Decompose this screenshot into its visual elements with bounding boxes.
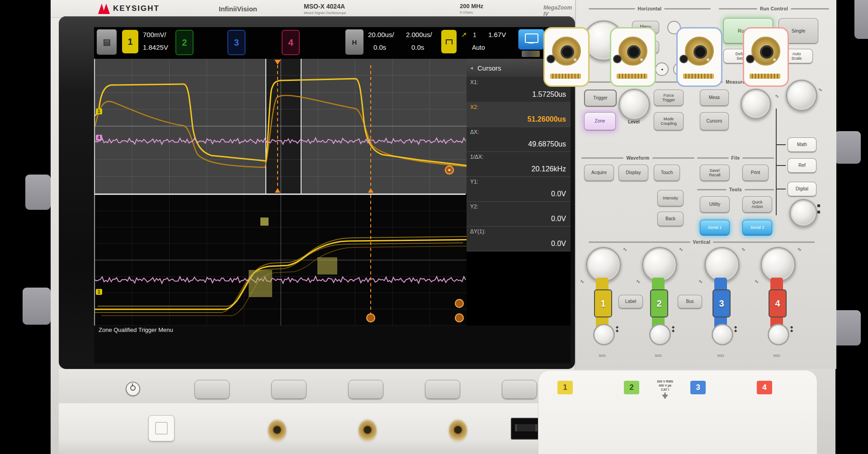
math-button[interactable]: Math (788, 137, 816, 152)
timebase-zoom: 2.000us/ (406, 31, 432, 38)
trigger-level: 1.67V (488, 31, 506, 38)
waveform-display[interactable]: 1 4 (94, 59, 466, 326)
cursor-grab-handle[interactable] (455, 299, 463, 307)
trigger-level-knob[interactable] (618, 89, 650, 120)
ref-button[interactable]: Ref (788, 158, 816, 173)
autoprobe-contact (746, 55, 755, 63)
channel4-status-button[interactable]: 4 (282, 30, 300, 55)
cursor-x2-label: X2: (470, 104, 478, 110)
cursor-grab-handle[interactable] (367, 314, 375, 322)
print-button[interactable]: Print (742, 165, 769, 181)
bandwidth-label: 200 MHz (460, 3, 483, 9)
zone-trigger-button[interactable]: Zone (584, 112, 616, 131)
right-trim (854, 0, 868, 39)
hamburger-icon: ▤ (103, 37, 110, 47)
analysis-knob-b[interactable] (789, 199, 817, 227)
vertical-section-label: Vertical (589, 240, 815, 245)
touch-display-button[interactable] (518, 29, 544, 50)
hw-softkey-1[interactable] (194, 380, 230, 399)
screen-icon-base (528, 43, 534, 43)
ch3-position-knob[interactable] (712, 324, 733, 345)
hw-softkey-4[interactable] (425, 380, 460, 399)
back-button[interactable]: Back (657, 212, 684, 227)
ch2-scale-knob[interactable] (642, 247, 677, 282)
meas-button[interactable]: Meas (700, 90, 729, 106)
channel1-scale: 700mV/ (143, 31, 166, 38)
wave-symbol: ∿ (775, 93, 779, 99)
updown-arrows: ◆◆ (734, 326, 737, 332)
ch2-number: 2 (656, 298, 661, 309)
channel2-status-button[interactable]: 2 (175, 30, 193, 55)
probe-comp-terminal (448, 419, 468, 443)
horizontal-section-label: Horizontal (589, 6, 711, 11)
cursor-x1-marker (275, 188, 280, 193)
trigger-zone2-region[interactable] (317, 257, 337, 274)
utility-button[interactable]: Utility (700, 196, 730, 213)
collapse-icon[interactable]: ◂ (470, 65, 473, 71)
intensity-button[interactable]: Intensity (657, 190, 684, 207)
analysis-bracket (776, 165, 786, 166)
updown-arrows: ◆◆ (616, 326, 618, 332)
ch1-on-off-button[interactable]: 1 (594, 289, 612, 317)
analysis-knob-a[interactable] (786, 80, 817, 111)
trigger-slope-icon: ↗ (461, 31, 467, 39)
digital-button[interactable]: Digital (788, 182, 816, 197)
ch2-on-off-button[interactable]: 2 (650, 289, 668, 317)
ch4-scale-knob[interactable] (760, 247, 796, 282)
bnc4-label: 4 (757, 381, 772, 394)
quick-action-button[interactable]: Quick Action (742, 196, 772, 213)
power-button[interactable] (126, 382, 140, 396)
ch4-on-off-button[interactable]: 4 (769, 289, 787, 317)
channel3-status-button[interactable]: 3 (227, 30, 245, 55)
touch-button[interactable]: Touch (654, 165, 680, 181)
hw-softkey-2[interactable] (271, 380, 307, 399)
menu-icon-button[interactable]: ▤ (97, 29, 117, 55)
usb-host-port[interactable] (148, 415, 175, 441)
channel2-number: 2 (182, 38, 187, 48)
cursor-row-freq[interactable]: 1/ΔX: 20.126kHz (467, 151, 571, 177)
autoprobe-strip (550, 74, 581, 79)
force-trigger-button[interactable]: Force Trigger (654, 90, 684, 106)
cursors-knob[interactable] (741, 89, 771, 119)
bnc-center (561, 45, 574, 59)
cursor-y1-label: Y1: (470, 179, 478, 185)
cursors-button[interactable]: Cursors (700, 112, 729, 131)
serial1-button[interactable]: Serial 1 (700, 220, 730, 236)
trigger-zone1-region[interactable] (249, 270, 272, 297)
cursors-panel-title: Cursors (477, 64, 501, 72)
bnc1-label: 1 (557, 381, 573, 394)
mode-coupling-button[interactable]: Mode Coupling (654, 112, 684, 131)
channel1-status-button[interactable]: 1 (122, 30, 138, 53)
acquire-button[interactable]: Acquire (584, 165, 614, 181)
serial2-button[interactable]: Serial 2 (742, 220, 772, 236)
timebase-main: 20.00us/ (368, 31, 394, 38)
channel3-number: 3 (234, 38, 239, 48)
bus-button[interactable]: Bus (678, 295, 702, 309)
save-recall-button[interactable]: Save/ Recall (700, 165, 730, 181)
ch4-position-knob[interactable] (768, 324, 789, 345)
ch2-position-knob[interactable] (649, 324, 671, 345)
file-label-text: File (731, 156, 740, 161)
ch3-scale-knob[interactable] (704, 247, 740, 282)
hw-softkey-3[interactable] (348, 380, 383, 399)
ch3-on-off-button[interactable]: 3 (712, 289, 731, 317)
cursor-row-x2[interactable]: X2: 51.26000us (467, 102, 571, 127)
trigger-button[interactable]: Trigger (584, 90, 617, 107)
cursor-row-dx[interactable]: ΔX: 49.68750us (467, 127, 571, 152)
cursor-grab-handle[interactable] (455, 314, 463, 322)
trigger-status-button[interactable] (441, 30, 457, 53)
ch1-scale-knob[interactable] (586, 247, 621, 282)
ch1-position-knob[interactable] (593, 324, 615, 345)
cursor-row-y2[interactable]: Y2: 0.0V (467, 201, 571, 227)
horizontal-status-button[interactable]: H (345, 29, 363, 55)
nav-prev-button[interactable]: ◂ (655, 62, 669, 76)
display-button[interactable]: Display (618, 165, 648, 181)
series-name: InfiniiVision (219, 5, 257, 13)
label-button[interactable]: Label (618, 295, 643, 309)
hw-softkey-5[interactable] (502, 380, 537, 399)
cursor-row-y1[interactable]: Y1: 0.0V (467, 176, 571, 202)
vertical-label-text: Vertical (693, 240, 711, 245)
autoprobe-contact (613, 55, 622, 63)
autoprobe-contact (679, 55, 688, 63)
cursor-row-dy[interactable]: ΔY(1): 0.0V (467, 226, 571, 251)
